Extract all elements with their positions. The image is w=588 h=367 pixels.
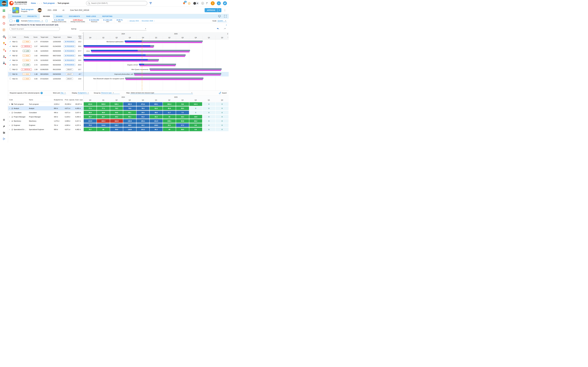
quarter-label[interactable]: Q4 <box>84 98 97 102</box>
favorites-star-icon[interactable] <box>188 2 190 5</box>
collapse-section-icon[interactable]: ∧ <box>226 24 227 26</box>
idea-bulb-icon[interactable] <box>2 42 6 45</box>
period-start[interactable]: January 2021 <box>129 20 139 22</box>
approve-dropdown[interactable]: ▼ <box>218 8 221 12</box>
help-icon[interactable]: ? <box>41 92 43 94</box>
resource-row-project-manager[interactable]: ▷Project ManagerProject Manager430 d6,22… <box>8 115 83 119</box>
sliders-icon[interactable] <box>2 131 6 134</box>
column-target-end[interactable]: Target end <box>51 36 63 38</box>
info-icon[interactable]: i <box>201 2 204 5</box>
project-row-r-i-s3[interactable]: ✓R&I S31 - CRITICAL2.2704/01/202201/24/2… <box>8 44 83 49</box>
tab-board[interactable]: BOARD <box>53 14 66 19</box>
project-checkbox[interactable]: ✓ <box>8 59 12 61</box>
project-checkbox[interactable]: ✓ <box>8 64 12 66</box>
project-row-r-i-c5[interactable]: R&I C52 - HIGH0.0007/15/202412/25/2025DR… <box>8 76 83 81</box>
clock-icon[interactable] <box>2 22 6 25</box>
tab-raid-logs[interactable]: RAID LOGS <box>83 14 99 19</box>
quarter-label[interactable]: Q2 <box>216 98 229 102</box>
quarter-label[interactable]: Q1 <box>149 36 163 39</box>
expander-closed-icon[interactable]: ▷ <box>9 125 11 126</box>
tab-reporting[interactable]: REPORTING <box>99 14 116 19</box>
project-row-r-i-c4[interactable]: ✓R&I C42 - HIGH2.7911/15/202202/24/2025I… <box>8 58 83 63</box>
quarter-label[interactable]: Q1 <box>97 98 110 102</box>
project-checkbox[interactable]: ✓ <box>8 50 12 52</box>
gantt-baseline-bar[interactable] <box>84 47 154 48</box>
column-budgeted[interactable]: Budgeted loa <box>54 99 65 101</box>
view-outline-icon[interactable] <box>9 20 12 22</box>
resource-row-specialized-en[interactable]: ▷Specialized En ...Specialized Engineer9… <box>8 127 83 132</box>
next-period-icon[interactable]: › <box>154 20 155 22</box>
project-search-input[interactable] <box>9 27 60 31</box>
resource-row-consultant[interactable]: ▷ConsultantConsultant446 d4,671 d3,037 d <box>8 110 83 115</box>
quarter-label[interactable]: Q4 <box>136 98 149 102</box>
column-code[interactable]: Code <box>8 99 28 101</box>
expand-chevron-icon[interactable]: › <box>10 9 10 11</box>
resource-row-machinery[interactable]: ▷MachineryMachinery1,276 d4,498 d4,417 d <box>8 119 83 123</box>
breadcrumb-item-[interactable]: ... <box>39 2 40 4</box>
resource-row-tech-program[interactable]: ▾Tech programTech program4,026 d29,399 d… <box>8 102 83 106</box>
expander-closed-icon[interactable]: ▷ <box>9 112 11 113</box>
gantt-baseline-bar[interactable] <box>125 42 202 43</box>
status-toggle[interactable]: ◔ ✕ <box>193 2 199 5</box>
project-row-r-i-s1[interactable]: R&I S12 - HIGH1.3809/13/202404/24/2026DR… <box>8 72 83 77</box>
gantt-bar[interactable] <box>134 73 221 75</box>
quarter-label[interactable]: Q4 <box>189 98 202 102</box>
expander-closed-icon[interactable]: ▷ <box>9 116 11 117</box>
quarter-label[interactable]: Q3 <box>123 36 136 39</box>
owner-avatar[interactable] <box>37 8 42 12</box>
resource-row-analyst[interactable]: ▷AnalystAnalyst806 d4,671 d4,400 d <box>8 106 83 110</box>
help-pin-button[interactable]: ? <box>211 1 215 5</box>
program-title[interactable]: Tech program <box>21 8 34 10</box>
search-filter-icon[interactable] <box>149 2 152 4</box>
prev-period-icon[interactable]: ‹ <box>128 20 128 22</box>
gantt-baseline-bar[interactable] <box>150 70 221 71</box>
breadcrumb-item-tech-program[interactable]: Tech program <box>43 2 55 4</box>
resource-row-engineer[interactable]: ▷EngineerEngineer761 d4,060 d4,237 d <box>8 123 83 127</box>
quarter-label[interactable]: Q3 <box>176 98 189 102</box>
gantt-scroll-handle[interactable]: ·| <box>227 37 228 38</box>
expander-closed-icon[interactable]: ▷ <box>9 108 11 109</box>
add-button[interactable]: + <box>217 1 221 5</box>
quarter-label[interactable]: Q4 <box>136 36 149 39</box>
logout-icon[interactable] <box>2 137 6 140</box>
work-unit-select[interactable]: Day∨ <box>60 92 66 94</box>
redo-icon[interactable] <box>224 28 226 30</box>
period-end[interactable]: December 2026 <box>142 20 153 22</box>
gantt-baseline-bar[interactable] <box>139 65 175 66</box>
project-row-r-i-s2[interactable]: ✓R&I S22 - HIGH1.6204/03/202308/27/2025I… <box>8 53 83 58</box>
quarter-label[interactable]: Q4 <box>189 36 202 39</box>
column-status[interactable]: Status <box>63 36 76 38</box>
quarter-label[interactable]: Q2 <box>110 36 123 39</box>
column-priority[interactable]: Priority <box>21 36 32 38</box>
tools-wrench-icon[interactable] <box>2 125 6 128</box>
expander-closed-icon[interactable]: ▷ <box>9 129 11 130</box>
quarter-label[interactable]: Q1 <box>149 98 163 102</box>
group-by-select[interactable]: Resource type∨ <box>101 92 120 94</box>
expander-open-icon[interactable]: ▾ <box>9 103 11 105</box>
project-checkbox[interactable] <box>8 69 12 70</box>
gantt-baseline-bar[interactable] <box>84 60 158 62</box>
column-avail-capacity[interactable]: Avail. capa <box>75 99 83 101</box>
project-checkbox[interactable]: ✓ <box>8 41 12 43</box>
gantt-baseline-bar[interactable] <box>84 56 185 57</box>
project-checkbox[interactable]: ✓ <box>8 45 12 48</box>
gantt-baseline-bar[interactable] <box>126 79 203 80</box>
team-icon[interactable] <box>2 61 6 64</box>
notifications-bell-icon[interactable]: 44 <box>182 2 185 5</box>
projects-board-icon[interactable] <box>2 16 6 19</box>
tab-program[interactable]: PROGRAM <box>9 14 24 19</box>
project-row-r-i-c3[interactable]: ✓R&I C33 - LOW2.7210/24/202406/23/2025IN… <box>8 63 83 67</box>
close-icon[interactable]: ✕ <box>197 2 198 4</box>
breadcrumb-item-home[interactable]: Home <box>31 2 36 4</box>
pin-button[interactable] <box>223 1 227 5</box>
user-icon[interactable] <box>2 55 6 58</box>
flag-icon[interactable] <box>206 2 208 5</box>
gantt-baseline-bar[interactable] <box>91 51 190 52</box>
quarter-label[interactable]: Q1 <box>202 98 215 102</box>
column-target-start[interactable]: Target start <box>38 36 51 38</box>
presentation-icon[interactable] <box>218 15 221 17</box>
column-score[interactable]: Score <box>32 36 38 38</box>
duplicate-scenario-icon[interactable] <box>46 20 48 22</box>
scenario-select[interactable]: Platform Horizon∨ <box>27 20 43 22</box>
tab-projects[interactable]: PROJECTS <box>24 14 40 19</box>
